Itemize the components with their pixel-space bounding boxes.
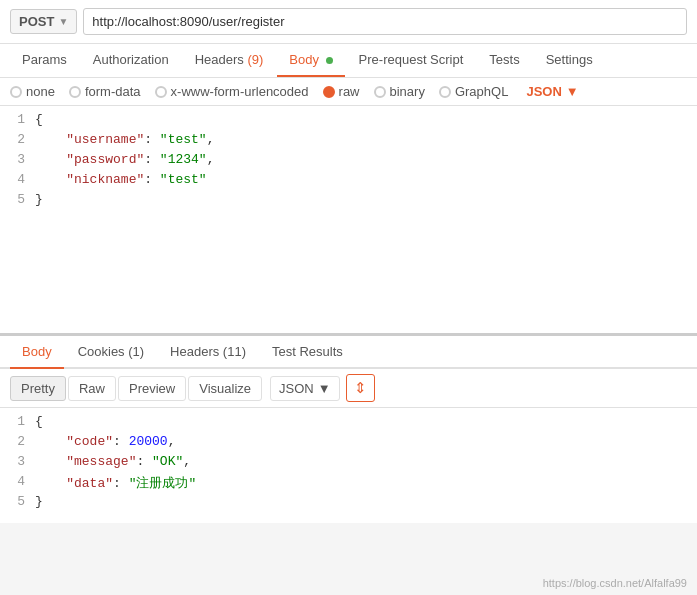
url-bar: POST ▼	[0, 0, 697, 44]
radio-graphql	[439, 86, 451, 98]
method-label: POST	[19, 14, 54, 29]
resp-tab-cookies[interactable]: Cookies (1)	[66, 336, 156, 369]
json-type-select[interactable]: JSON ▼	[526, 84, 578, 99]
resp-line-5: 5 }	[0, 494, 697, 514]
resp-line-1: 1 {	[0, 414, 697, 434]
method-select[interactable]: POST ▼	[10, 9, 77, 34]
tab-body[interactable]: Body	[277, 44, 344, 77]
resp-tab-body[interactable]: Body	[10, 336, 64, 369]
option-raw[interactable]: raw	[323, 84, 360, 99]
radio-urlencoded	[155, 86, 167, 98]
option-none[interactable]: none	[10, 84, 55, 99]
request-body-editor[interactable]: 1 { 2 "username": "test", 3 "password": …	[0, 106, 697, 336]
body-active-dot	[326, 57, 333, 64]
req-line-3: 3 "password": "1234",	[0, 152, 697, 172]
tab-params[interactable]: Params	[10, 44, 79, 77]
radio-raw	[323, 86, 335, 98]
resp-line-3: 3 "message": "OK",	[0, 454, 697, 474]
option-urlencoded[interactable]: x-www-form-urlencoded	[155, 84, 309, 99]
response-tabs: Body Cookies (1) Headers (11) Test Resul…	[0, 336, 697, 369]
pretty-button[interactable]: Pretty	[10, 376, 66, 401]
tab-authorization[interactable]: Authorization	[81, 44, 181, 77]
option-graphql[interactable]: GraphQL	[439, 84, 508, 99]
wrap-button[interactable]: ⇕	[346, 374, 375, 402]
response-toolbar: Pretty Raw Preview Visualize JSON ▼ ⇕	[0, 369, 697, 408]
option-form-data[interactable]: form-data	[69, 84, 141, 99]
req-line-4: 4 "nickname": "test"	[0, 172, 697, 192]
response-body-editor: 1 { 2 "code": 20000, 3 "message": "OK", …	[0, 408, 697, 523]
tab-headers[interactable]: Headers (9)	[183, 44, 276, 77]
preview-button[interactable]: Preview	[118, 376, 186, 401]
req-line-1: 1 {	[0, 112, 697, 132]
tab-settings[interactable]: Settings	[534, 44, 605, 77]
body-options: none form-data x-www-form-urlencoded raw…	[0, 78, 697, 106]
method-chevron-icon: ▼	[58, 16, 68, 27]
resp-json-select[interactable]: JSON ▼	[270, 376, 340, 401]
visualize-button[interactable]: Visualize	[188, 376, 262, 401]
tab-tests[interactable]: Tests	[477, 44, 531, 77]
req-line-2: 2 "username": "test",	[0, 132, 697, 152]
watermark: https://blog.csdn.net/Alfalfa99	[543, 577, 687, 589]
resp-tab-testresults[interactable]: Test Results	[260, 336, 355, 369]
resp-line-2: 2 "code": 20000,	[0, 434, 697, 454]
req-line-5: 5 }	[0, 192, 697, 212]
radio-none	[10, 86, 22, 98]
radio-binary	[374, 86, 386, 98]
resp-line-4: 4 "data": "注册成功"	[0, 474, 697, 494]
tab-prerequest[interactable]: Pre-request Script	[347, 44, 476, 77]
radio-form-data	[69, 86, 81, 98]
response-section: Body Cookies (1) Headers (11) Test Resul…	[0, 336, 697, 523]
request-tabs: Params Authorization Headers (9) Body Pr…	[0, 44, 697, 78]
resp-json-chevron-icon: ▼	[318, 381, 331, 396]
raw-button[interactable]: Raw	[68, 376, 116, 401]
url-input[interactable]	[83, 8, 687, 35]
option-binary[interactable]: binary	[374, 84, 425, 99]
json-chevron-icon: ▼	[566, 84, 579, 99]
resp-tab-headers[interactable]: Headers (11)	[158, 336, 258, 369]
